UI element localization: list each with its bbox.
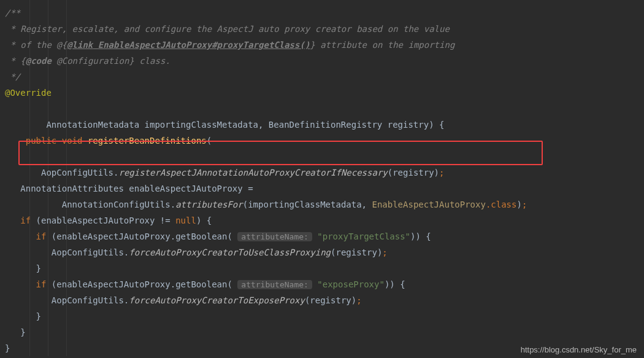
code-line: @Override xyxy=(0,85,644,101)
code-line: * {@code @Configuration} class. xyxy=(0,53,644,69)
code-line: AnnotationConfigUtils.attributesFor(impo… xyxy=(0,197,644,212)
doc-comment: */ xyxy=(5,72,20,82)
code-line: AopConfigUtils.forceAutoProxyCreatorToEx… xyxy=(0,292,644,308)
code-line: } xyxy=(0,324,644,340)
doc-comment: * { xyxy=(5,56,26,66)
doc-comment: } attribute on the importing xyxy=(310,40,454,50)
code-line: */ xyxy=(0,69,644,85)
brace-close: } xyxy=(5,311,41,321)
var-decl: AnnotationAttributes enableAspectJAutoPr… xyxy=(5,184,253,193)
static-method-call: forceAutoProxyCreatorToUseClassProxying xyxy=(129,247,331,257)
doc-comment: * of the @{ xyxy=(5,40,67,50)
method-args: AnnotationMetadata importingClassMetadat… xyxy=(5,120,444,130)
doc-comment: @Configuration} class. xyxy=(52,56,171,66)
code-editor: /** * Register, escalate, and configure … xyxy=(0,0,644,356)
code-line: AnnotationMetadata importingClassMetadat… xyxy=(0,117,644,133)
code-line: if (enableAspectJAutoProxy.getBoolean( a… xyxy=(0,228,644,244)
code-line: * Register, escalate, and configure the … xyxy=(0,21,644,37)
brace-close: } xyxy=(5,343,10,353)
code-line: * of the @{@link EnableAspectJAutoProxy#… xyxy=(0,37,644,53)
string-literal: "proxyTargetClass" xyxy=(312,232,410,241)
class-ref: EnableAspectJAutoProxy xyxy=(372,200,485,209)
highlight-box xyxy=(18,141,543,165)
doc-tag: @code xyxy=(26,56,52,66)
doc-comment: /** xyxy=(5,8,20,18)
keyword-if: if xyxy=(36,232,47,241)
code-line: AopConfigUtils.forceAutoProxyCreatorToUs… xyxy=(0,244,644,260)
doc-comment: * Register, escalate, and configure the … xyxy=(5,24,450,34)
brace-close: } xyxy=(5,327,26,337)
code-line: if (enableAspectJAutoProxy != null) { xyxy=(0,212,644,228)
blank-line xyxy=(0,165,644,181)
param-hint: attributeName: xyxy=(237,280,312,289)
code-line: AnnotationAttributes enableAspectJAutoPr… xyxy=(0,181,644,197)
param-hint: attributeName: xyxy=(237,232,312,241)
code-line: /** xyxy=(0,5,644,21)
brace-close: } xyxy=(5,263,41,273)
code-line: } xyxy=(0,260,644,276)
string-literal: "exposeProxy" xyxy=(312,279,385,289)
keyword-if: if xyxy=(20,216,31,225)
annotation-override: @Override xyxy=(5,88,52,98)
static-method-call: forceAutoProxyCreatorToExposeProxy xyxy=(129,295,305,305)
code-line: } xyxy=(0,308,644,324)
keyword-if: if xyxy=(36,279,47,289)
method-signature-line: public void registerBeanDefinitions( xyxy=(0,101,644,117)
watermark-text: https://blog.csdn.net/Sky_for_me xyxy=(521,345,637,354)
keyword-null: null xyxy=(175,216,196,225)
doc-tag: @link xyxy=(67,40,93,50)
doc-link: EnableAspectJAutoProxy#proxyTargetClass(… xyxy=(93,40,310,50)
static-method-call: attributesFor xyxy=(175,200,243,209)
code-line: if (enableAspectJAutoProxy.getBoolean( a… xyxy=(0,276,644,292)
